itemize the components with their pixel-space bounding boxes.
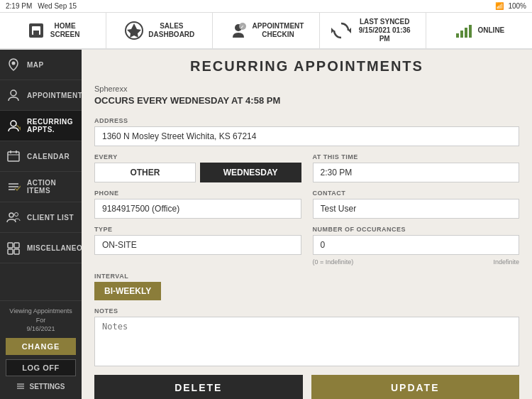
phone-label: PHONE (94, 190, 301, 197)
indefinite-label: Indefinite (493, 258, 519, 266)
status-day: Wed Sep 15 (38, 2, 77, 10)
every-options: OTHER WEDNESDAY (94, 163, 301, 182)
every-other-btn[interactable]: OTHER (94, 163, 196, 182)
at-this-time-input[interactable] (313, 163, 520, 182)
home-icon (26, 21, 46, 40)
occurrence-text: OCCURS EVERY WEDNESDAY AT 4:58 PM (94, 94, 519, 107)
sidebar-map-label: MAP (27, 61, 44, 69)
svg-point-16 (11, 121, 16, 126)
clients-icon (6, 209, 21, 225)
interval-options: BI-WEEKLY (94, 282, 519, 300)
sidebar-item-recurring[interactable]: RECURRING APPTS. (0, 111, 82, 141)
every-field-group: EVERY OTHER WEDNESDAY (94, 153, 301, 182)
type-field-group: TYPE (94, 226, 301, 266)
address-field-group: ADDRESS (94, 117, 519, 146)
svg-point-15 (11, 90, 16, 96)
battery-status: 100% (508, 2, 526, 10)
sidebar-item-clients[interactable]: CLIENT LIST (0, 202, 82, 233)
address-input[interactable] (94, 126, 519, 146)
signal-icon (454, 21, 474, 40)
svg-point-26 (15, 213, 18, 217)
every-wednesday-btn[interactable]: WEDNESDAY (200, 163, 301, 182)
sidebar-appointments-label: APPOINTMENTS (27, 92, 87, 99)
contact-label: CONTACT (313, 190, 520, 197)
address-label: ADDRESS (94, 117, 519, 124)
sync-icon (331, 21, 351, 40)
sidebar-item-misc[interactable]: MISCELLANEOUS (0, 233, 82, 263)
sidebar-item-calendar[interactable]: CALENDAR (0, 141, 82, 172)
sidebar: MAP APPOINTMENTS RECURRING A (0, 50, 82, 399)
at-this-time-label: AT THIS TIME (313, 153, 520, 160)
checkin-icon: ✓ (228, 21, 248, 40)
svg-rect-29 (8, 249, 13, 254)
nav-online-label: ONLINE (478, 26, 505, 35)
interval-field-group: INTERVAL BI-WEEKLY (94, 273, 519, 300)
settings-label: SETTINGS (29, 383, 65, 390)
at-this-time-field-group: AT THIS TIME (313, 153, 520, 182)
sales-icon (124, 21, 144, 40)
client-name: Spherexx (94, 84, 519, 93)
nav-synced[interactable]: LAST SYNCED9/15/2021 01:36 PM (320, 13, 426, 48)
viewing-text: Viewing Appointments For 9/16/2021 (6, 307, 76, 334)
nav-synced-label: LAST SYNCED9/15/2021 01:36 PM (355, 18, 414, 43)
svg-rect-28 (14, 243, 19, 248)
settings-icon (16, 382, 25, 390)
sidebar-item-map[interactable]: MAP (0, 50, 82, 80)
nav-sales-label: SALESDASHBOARD (148, 22, 194, 39)
svg-rect-13 (469, 25, 472, 38)
notes-textarea[interactable] (94, 317, 519, 366)
phone-input[interactable] (94, 199, 301, 219)
num-occurrences-input[interactable] (313, 235, 520, 255)
change-button[interactable]: CHANGE (6, 338, 76, 355)
sidebar-action-label: ACTION ITEMS (27, 179, 76, 195)
svg-marker-17 (19, 126, 21, 131)
sidebar-calendar-label: CALENDAR (27, 153, 70, 160)
contact-field-group: CONTACT (313, 190, 520, 219)
log-off-button[interactable]: LOG OFF (6, 359, 76, 376)
nav-sales[interactable]: SALESDASHBOARD (106, 13, 213, 48)
svg-rect-2 (33, 31, 39, 35)
interval-biweekly-btn[interactable]: BI-WEEKLY (94, 282, 161, 300)
sidebar-item-action[interactable]: ACTION ITEMS (0, 172, 82, 202)
every-label: EVERY (94, 153, 301, 160)
page-title: RECURRING APPOINTMENTS (94, 58, 519, 75)
svg-rect-27 (8, 243, 13, 248)
num-occurrences-label: NUMBER OF OCCURANCES (313, 226, 520, 233)
svg-rect-12 (465, 28, 467, 38)
svg-marker-4 (127, 23, 141, 38)
content-area: RECURRING APPOINTMENTS Spherexx OCCURS E… (82, 50, 532, 399)
action-buttons: DELETE UPDATE (94, 375, 519, 399)
sidebar-clients-label: CLIENT LIST (27, 214, 74, 222)
interval-label: INTERVAL (94, 273, 519, 280)
settings-button[interactable]: SETTINGS (6, 379, 76, 393)
wifi-icon: 📶 (495, 2, 504, 10)
indefinite-hint: (0 = Indefinite) (313, 258, 354, 266)
nav-checkin[interactable]: ✓ APPOINTMENTCHECKIN (213, 13, 319, 48)
num-occurrences-field-group: NUMBER OF OCCURANCES (0 = Indefinite) In… (313, 226, 520, 266)
sidebar-recurring-label: RECURRING APPTS. (27, 118, 76, 133)
top-nav: HOMESCREEN SALESDASHBOARD ✓ APPOINTMENTC… (0, 13, 532, 50)
action-icon (6, 179, 21, 195)
sidebar-bottom: Viewing Appointments For 9/16/2021 CHANG… (0, 300, 82, 399)
notes-label: NOTES (94, 307, 519, 315)
type-input[interactable] (94, 235, 301, 255)
status-time: 2:19 PM (6, 2, 32, 10)
svg-rect-11 (460, 31, 463, 38)
sidebar-item-appointments[interactable]: APPOINTMENTS (0, 80, 82, 111)
calendar-icon (6, 148, 21, 164)
nav-online[interactable]: ONLINE (426, 13, 532, 48)
nav-checkin-label: APPOINTMENTCHECKIN (253, 22, 304, 39)
svg-rect-10 (456, 33, 459, 38)
delete-button[interactable]: DELETE (94, 375, 303, 399)
phone-field-group: PHONE (94, 190, 301, 219)
svg-rect-18 (8, 152, 19, 161)
nav-home-label: HOMESCREEN (50, 22, 80, 39)
notes-field-group: NOTES (94, 307, 519, 366)
svg-point-25 (9, 213, 13, 217)
map-icon (6, 57, 21, 72)
contact-input[interactable] (313, 199, 520, 219)
update-button[interactable]: UPDATE (311, 375, 520, 399)
status-bar: 2:19 PM Wed Sep 15 📶 100% (0, 0, 532, 13)
type-label: TYPE (94, 226, 301, 233)
nav-home[interactable]: HOMESCREEN (0, 13, 106, 48)
